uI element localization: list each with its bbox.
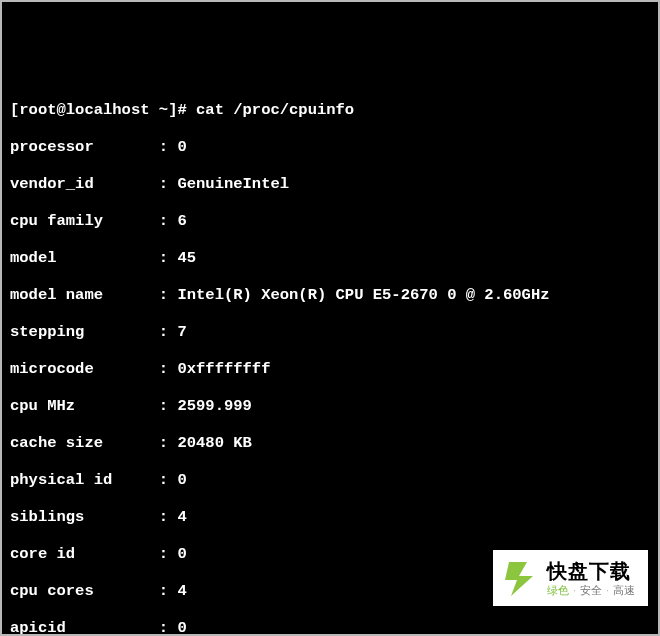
label-microcode: microcode: [10, 360, 159, 379]
label-model: model: [10, 249, 159, 268]
shell-prompt: [root@localhost ~]#: [10, 101, 196, 119]
label-cpu-mhz: cpu MHz: [10, 397, 159, 416]
row-physical-id: physical id: 0: [10, 471, 650, 490]
row-cpu-mhz: cpu MHz: 2599.999: [10, 397, 650, 416]
row-siblings: siblings: 4: [10, 508, 650, 527]
label-processor: processor: [10, 138, 159, 157]
label-stepping: stepping: [10, 323, 159, 342]
row-apicid: apicid: 0: [10, 619, 650, 637]
label-vendor-id: vendor_id: [10, 175, 159, 194]
label-core-id: core id: [10, 545, 159, 564]
label-siblings: siblings: [10, 508, 159, 527]
row-vendor-id: vendor_id: GenuineIntel: [10, 175, 650, 194]
row-stepping: stepping: 7: [10, 323, 650, 342]
label-model-name: model name: [10, 286, 159, 305]
watermark-badge: 快盘下载 绿色·安全·高速: [493, 550, 648, 606]
row-model: model: 45: [10, 249, 650, 268]
label-cpu-family: cpu family: [10, 212, 159, 231]
shell-command: cat /proc/cpuinfo: [196, 101, 354, 119]
watermark-title: 快盘下载: [547, 561, 635, 581]
prompt-line: [root@localhost ~]# cat /proc/cpuinfo: [10, 101, 650, 120]
label-apicid: apicid: [10, 619, 159, 637]
row-microcode: microcode: 0xffffffff: [10, 360, 650, 379]
label-cpu-cores: cpu cores: [10, 582, 159, 601]
label-physical-id: physical id: [10, 471, 159, 490]
row-processor: processor: 0: [10, 138, 650, 157]
kuaipan-logo-icon: [499, 556, 543, 600]
row-cpu-family: cpu family: 6: [10, 212, 650, 231]
row-cache-size: cache size: 20480 KB: [10, 434, 650, 453]
watermark-subtitle: 绿色·安全·高速: [547, 585, 635, 596]
row-model-name: model name: Intel(R) Xeon(R) CPU E5-2670…: [10, 286, 650, 305]
label-cache-size: cache size: [10, 434, 159, 453]
